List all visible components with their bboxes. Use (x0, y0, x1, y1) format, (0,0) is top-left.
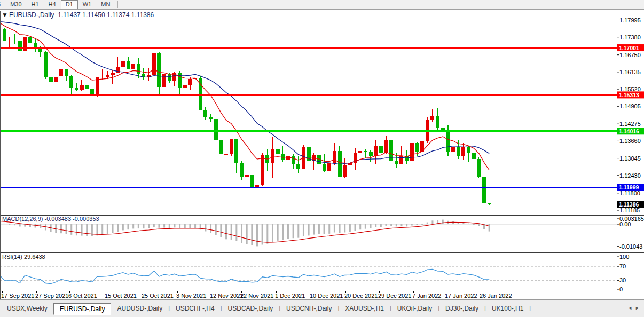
timeframe-button-d1[interactable]: D1 (61, 0, 78, 9)
macd-histogram-bar (462, 223, 464, 224)
candle-body (80, 85, 84, 89)
macd-histogram-bar (478, 224, 480, 226)
candle-body (296, 164, 300, 169)
price-axis-tick-label: 1.12430 (619, 172, 641, 179)
macd-histogram-bar (334, 224, 335, 233)
candle-wick (360, 147, 360, 160)
tab-usdcnh-daily[interactable]: USDCNH-,Daily (280, 303, 337, 315)
candle-body (415, 143, 419, 152)
candle-wick (9, 37, 10, 47)
macd-histogram-bar (473, 224, 475, 225)
macd-histogram-bar (297, 224, 299, 238)
candle-body (111, 73, 115, 76)
time-axis[interactable]: 17 Sep 202127 Sep 20216 Oct 202115 Oct 2… (1, 291, 512, 299)
time-axis-label: 22 Nov 2021 (240, 292, 273, 299)
candle-wick (350, 161, 350, 170)
candle-body (240, 163, 244, 177)
time-axis-label: 25 Oct 2021 (142, 292, 174, 299)
macd-histogram-bar (375, 224, 376, 227)
time-axis-label: 20 Dec 2021 (344, 292, 378, 299)
macd-histogram-bar (241, 224, 242, 243)
tab-usdchf-h4[interactable]: USDCHF-,H4 (170, 303, 221, 315)
price-chart-canvas[interactable]: 1.179951.173801.167501.161351.155201.149… (0, 10, 644, 300)
svg-text:1.17001: 1.17001 (619, 45, 639, 51)
candle-body (374, 146, 378, 156)
candle-body (292, 156, 295, 164)
macd-histogram-bar (97, 224, 98, 235)
macd-histogram-bar (70, 224, 72, 235)
candle-body (446, 130, 450, 152)
macd-histogram-bar (256, 224, 258, 246)
macd-histogram-bar (153, 224, 155, 227)
tab-usdx-weekly[interactable]: USDX,Weekly (1, 303, 53, 315)
time-axis-label: 3 Nov 2021 (176, 292, 206, 299)
timeframe-button-mn[interactable]: MN (96, 0, 115, 9)
candle-body (410, 143, 414, 161)
candle-body (209, 117, 213, 119)
tab-dj30-daily[interactable]: DJ30-,Daily (439, 303, 484, 315)
candle-wick (14, 34, 15, 44)
tabs-scroll-arrows: ◄► (627, 305, 642, 311)
macd-histogram-bar (359, 224, 361, 229)
candle-body (327, 163, 331, 171)
timeframe-button-m30[interactable]: M30 (5, 0, 26, 9)
candle-body (38, 49, 42, 52)
candle-body (100, 77, 104, 77)
tabs-scroll-left-icon[interactable]: ◄ (627, 305, 635, 311)
timeframe-button-m5[interactable]: 5 (0, 0, 5, 9)
macd-values: -0.003483 -0.000353 (44, 216, 99, 222)
tab-uk100-h1[interactable]: UK100-,H1 (486, 303, 529, 315)
macd-histogram-bar (282, 224, 284, 240)
macd-histogram-bar (60, 224, 62, 233)
candle-body (54, 77, 58, 82)
tab-separator: | (529, 303, 531, 315)
candle-body (430, 116, 434, 120)
macd-histogram-bar (231, 224, 232, 240)
tab-xauusd-h1[interactable]: XAUUSD-,H1 (339, 303, 390, 315)
macd-histogram-bar (66, 224, 67, 234)
tab-usdcad-daily[interactable]: USDCAD-,Daily (222, 303, 279, 315)
candle-body (96, 77, 99, 96)
macd-histogram-bar (112, 224, 114, 233)
tabs-scroll-right-icon[interactable]: ► (635, 305, 642, 311)
candle-body (323, 164, 326, 171)
candle-body (477, 159, 481, 176)
candle-body (214, 119, 218, 140)
candle-body (384, 140, 388, 153)
candle-body (3, 29, 6, 41)
macd-histogram-bar (158, 224, 160, 228)
chart-background (0, 10, 644, 300)
macd-histogram-bar (458, 223, 459, 224)
tab-audusd-daily[interactable]: AUDUSD-,Daily (111, 303, 168, 315)
macd-histogram-bar (318, 224, 320, 234)
candle-body (121, 61, 125, 67)
candle-wick (112, 70, 113, 84)
candle-body (234, 139, 238, 163)
candle-body (482, 177, 486, 203)
candle-body (230, 139, 233, 154)
rsi-axis-tick-label: 30 (619, 277, 626, 283)
chart-ohlc-values: 1.11437 1.11450 1.11374 1.11386 (58, 11, 154, 19)
macd-histogram-bar (225, 224, 227, 239)
level-line (0, 94, 617, 96)
candle-body (472, 153, 476, 159)
tab-eurusd-daily[interactable]: EURUSD-,Daily (53, 303, 112, 315)
candle-body (13, 41, 17, 41)
timeframe-button-h1[interactable]: H1 (27, 0, 44, 9)
tab-ukoil-daily[interactable]: UKOil-,Daily (391, 303, 438, 315)
candle-body (395, 161, 398, 164)
timeframe-button-w1[interactable]: W1 (78, 0, 97, 9)
candle-body (426, 120, 429, 141)
time-axis-label: 15 Oct 2021 (105, 292, 137, 299)
macd-histogram-bar (148, 224, 150, 228)
macd-histogram-bar (132, 224, 134, 228)
macd-histogram-bar (431, 220, 433, 224)
candle-body (59, 69, 63, 76)
macd-histogram-bar (35, 224, 36, 228)
timeframe-button-h4[interactable]: H4 (44, 0, 61, 9)
candle-body (441, 128, 445, 130)
candle-body (69, 76, 73, 88)
macd-histogram-bar (355, 224, 356, 231)
time-axis-label: 1 Dec 2021 (275, 292, 305, 299)
candle-body (152, 53, 156, 76)
